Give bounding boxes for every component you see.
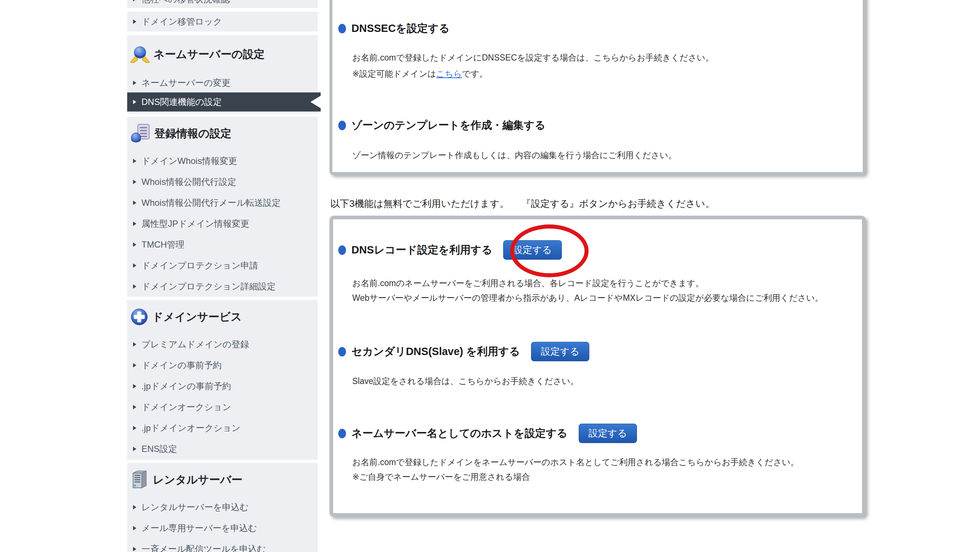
triangle-bullet-icon (133, 547, 136, 551)
sidebar-item-jp-domain-auction[interactable]: .jpドメインオークション (127, 417, 318, 438)
sidebar-item-whois-change[interactable]: ドメインWhois情報変更 (127, 150, 318, 171)
sidebar-item-label: Whois情報公開代行設定 (142, 176, 236, 188)
sidebar-item-label: DNS関連機能の設定 (142, 96, 222, 108)
zone-template-heading: ゾーンのテンプレートを作成・編集する (338, 118, 856, 133)
sidebar-item-dns-functions-selected[interactable]: DNS関連機能の設定 (127, 93, 321, 112)
sidebar-item-label: ENS設定 (142, 443, 177, 455)
sidebar-item-label: ドメインWhois情報変更 (142, 155, 237, 167)
sidebar-item-label: プレミアムドメインの登録 (142, 338, 249, 350)
sidebar-section-domain-services: ドメインサービス プレミアムドメインの登録 ドメインの事前予約 .jpドメインの… (127, 300, 318, 460)
sidebar-section-title: 登録情報の設定 (154, 126, 232, 141)
sidebar: 他社への移管状況確認 ドメイン移管ロック (127, 0, 321, 552)
note-post: です。 (462, 69, 488, 78)
dnssec-description: お名前.comで登録したドメインにDNSSECを設定する場合は、こちらからお手続… (352, 50, 856, 65)
sidebar-section-rental-server: レンタルサーバー レンタルサーバーを申込む メール専用サーバーを申込む 一斉メー… (127, 463, 318, 552)
sidebar-item-ens[interactable]: ENS設定 (127, 438, 318, 459)
sidebar-item-label: .jpドメインの事前予約 (142, 380, 231, 392)
dnssec-heading: DNSSECを設定する (338, 21, 856, 36)
sidebar-section-title: レンタルサーバー (153, 472, 242, 487)
sidebar-item-domain-protection-apply[interactable]: ドメインプロテクション申請 (127, 255, 318, 276)
blue-bullet-icon (338, 24, 346, 34)
sidebar-item-jp-domain-prereserve[interactable]: .jpドメインの事前予約 (127, 376, 318, 396)
triangle-bullet-icon (133, 100, 136, 104)
rental-server-icon (130, 470, 149, 489)
host-setup-description: お名前.comで登録したドメインをネームサーバーのホスト名としてご利用される場合… (352, 455, 853, 484)
sidebar-item-label: ドメインプロテクション詳細設定 (142, 281, 275, 292)
sidebar-item-whois-proxy-mail[interactable]: Whois情報公開代行メール転送設定 (127, 192, 318, 213)
sidebar-section-nameserver: ネームサーバーの設定 ネームサーバーの変更 DNS関連機能の設定 (127, 35, 318, 114)
triangle-bullet-icon (133, 0, 136, 2)
sidebar-item-whois-proxy[interactable]: Whois情報公開代行設定 (127, 171, 318, 192)
dnssec-note: ※設定可能ドメインはこちらです。 (352, 66, 856, 81)
section-title: ゾーンのテンプレートを作成・編集する (352, 118, 545, 133)
triangle-bullet-icon (133, 426, 136, 430)
sidebar-item-label: 属性型JPドメイン情報変更 (142, 218, 249, 230)
blue-bullet-icon (338, 429, 346, 438)
triangle-bullet-icon (133, 342, 136, 346)
sidebar-item-label: 他社への移管状況確認 (142, 0, 230, 5)
secondary-dns-description: Slave設定をされる場合は、こちらからお手続きください。 (352, 374, 853, 388)
triangle-bullet-icon (133, 505, 136, 509)
sidebar-item-rental-server-apply[interactable]: レンタルサーバーを申込む (127, 497, 318, 517)
triangle-bullet-icon (133, 526, 136, 530)
sidebar-item-tmch[interactable]: TMCH管理 (127, 234, 318, 255)
dns-record-description: お名前.comのネームサーバーをご利用される場合、各レコード設定を行うことができ… (352, 276, 853, 305)
sidebar-section-header: レンタルサーバー (127, 463, 318, 497)
kochira-link[interactable]: こちら (436, 69, 462, 78)
feature-title: ネームサーバー名としてのホストを設定する (352, 426, 568, 441)
description-line: Slave設定をされる場合は、こちらからお手続きください。 (352, 374, 853, 388)
triangle-bullet-icon (133, 447, 136, 451)
description-line: お名前.comで登録したドメインをネームサーバーのホスト名としてご利用される場合… (352, 455, 853, 469)
triangle-bullet-icon (133, 384, 136, 388)
sidebar-item-label: ドメイン移管ロック (142, 16, 222, 27)
sidebar-item-label: 一斉メール配信ツールを申込む (142, 543, 266, 552)
selected-item-notch (310, 96, 321, 108)
registration-info-icon (130, 124, 151, 144)
sidebar-item-label: ドメインプロテクション申請 (142, 260, 258, 271)
description-line: ※ご自身でネームサーバーをご用意される場合 (352, 469, 853, 484)
blue-bullet-icon (338, 121, 346, 130)
triangle-bullet-icon (133, 201, 136, 205)
sidebar-item-bulk-mail-tool-apply[interactable]: 一斉メール配信ツールを申込む (127, 538, 318, 552)
description-line: お名前.comのネームサーバーをご利用される場合、各レコード設定を行うことができ… (352, 276, 853, 290)
free-features-panel: DNSレコード設定を利用する 設定する お名前.comのネームサーバーをご利用さ… (329, 216, 865, 517)
blue-bullet-icon (338, 246, 346, 255)
secondary-dns-setup-button[interactable]: 設定する (531, 342, 589, 361)
dns-record-setup-button[interactable]: 設定する (503, 240, 562, 260)
triangle-bullet-icon (133, 180, 136, 184)
description-line: Webサーバーやメールサーバーの管理者から指示があり、AレコードやMXレコードの… (352, 290, 853, 305)
sidebar-item-label: ドメインの事前予約 (142, 359, 222, 371)
sidebar-section-title: ネームサーバーの設定 (154, 47, 265, 62)
sidebar-item-domain-transfer-lock[interactable]: ドメイン移管ロック (127, 12, 318, 32)
sidebar-item-label: レンタルサーバーを申込む (142, 501, 249, 513)
sidebar-item-label: .jpドメインオークション (142, 422, 240, 434)
sidebar-item-domain-prereserve[interactable]: ドメインの事前予約 (127, 355, 318, 376)
sidebar-item-label: ネームサーバーの変更 (142, 77, 231, 89)
triangle-bullet-icon (133, 222, 136, 226)
sidebar-section-registration: 登録情報の設定 ドメインWhois情報変更 Whois情報公開代行設定 Whoi… (127, 116, 318, 297)
nameserver-globe-icon (130, 45, 150, 63)
zone-template-description: ゾーン情報のテンプレート作成もしくは、内容の編集を行う場合にご利用ください。 (352, 147, 856, 163)
host-setup-heading: ネームサーバー名としてのホストを設定する 設定する (338, 424, 856, 443)
free-features-notice: 以下3機能は無料でご利用いただけます。 『設定する』ボタンからお手続きください。 (330, 197, 715, 210)
sidebar-item-jp-domain-info[interactable]: 属性型JPドメイン情報変更 (127, 213, 318, 234)
sidebar-item-mail-server-apply[interactable]: メール専用サーバーを申込む (127, 517, 318, 538)
sidebar-item-domain-auction[interactable]: ドメインオークション (127, 396, 318, 417)
triangle-bullet-icon (133, 363, 136, 367)
note-pre: ※設定可能ドメインは (352, 69, 436, 78)
dns-advanced-panel: DNSSECを設定する お名前.comで登録したドメインにDNSSECを設定する… (329, 0, 865, 175)
sidebar-item-domain-protection-detail[interactable]: ドメインプロテクション詳細設定 (127, 276, 318, 297)
secondary-dns-heading: セカンダリDNS(Slave) を利用する 設定する (338, 342, 856, 361)
plus-sphere-icon (130, 308, 148, 326)
sidebar-block-transfer-lock: ドメイン移管ロック (127, 12, 318, 32)
triangle-bullet-icon (133, 81, 136, 85)
sidebar-item-transfer-status[interactable]: 他社への移管状況確認 (127, 0, 318, 8)
sidebar-section-header: ネームサーバーの設定 (127, 35, 318, 73)
host-setup-button[interactable]: 設定する (579, 424, 637, 443)
sidebar-item-premium-domain[interactable]: プレミアムドメインの登録 (127, 334, 318, 355)
feature-title: DNSレコード設定を利用する (352, 243, 492, 257)
triangle-bullet-icon (133, 19, 136, 24)
sidebar-item-nameserver-change[interactable]: ネームサーバーの変更 (127, 73, 318, 93)
triangle-bullet-icon (133, 405, 136, 409)
sidebar-block-top-partial: 他社への移管状況確認 (127, 0, 318, 8)
